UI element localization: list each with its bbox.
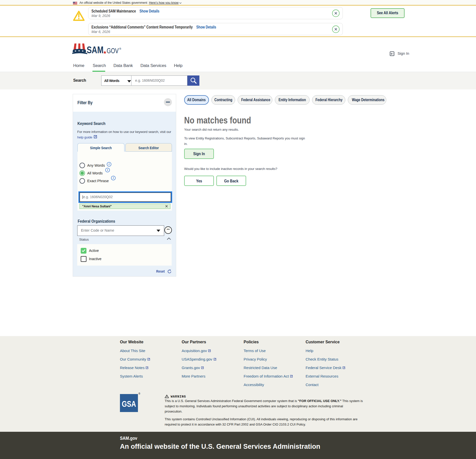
svg-text:i: i [107,168,108,172]
svg-text:GOV: GOV [107,47,119,55]
svg-text:®: ® [119,47,121,50]
svg-text:i: i [113,176,114,180]
svg-text:SAM: SAM [87,44,103,55]
svg-text:i: i [109,162,110,166]
